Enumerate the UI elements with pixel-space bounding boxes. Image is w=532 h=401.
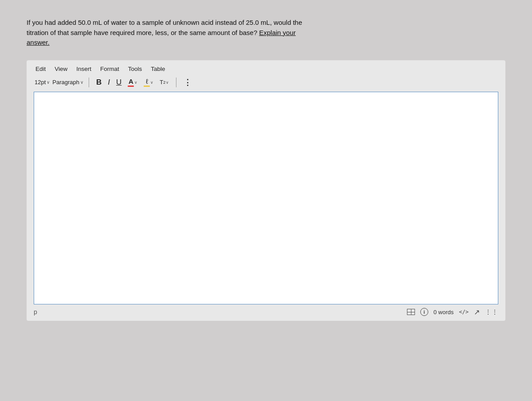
- question-underline: Explain your: [259, 29, 296, 36]
- font-color-chevron-icon: ∨: [134, 80, 137, 85]
- question-line2: titration of that sample have required m…: [27, 29, 257, 36]
- menu-format[interactable]: Format: [100, 66, 119, 72]
- question-answer: answer.: [27, 39, 50, 46]
- font-color-button[interactable]: A ∨: [126, 77, 139, 88]
- menu-tools[interactable]: Tools: [128, 66, 142, 72]
- toolbar-separator-2: [176, 78, 176, 87]
- code-tag-button[interactable]: </>: [459, 309, 469, 315]
- question-text: If you had added 50.0 mL of water to a s…: [27, 18, 505, 48]
- paragraph-tag: p: [34, 308, 37, 315]
- more-options-button[interactable]: ⋮: [182, 77, 194, 88]
- superscript-label: T: [160, 79, 163, 86]
- menu-table[interactable]: Table: [151, 66, 165, 72]
- toolbar-separator-1: [89, 78, 89, 87]
- paragraph-select[interactable]: Paragraph ∨: [52, 79, 83, 86]
- highlight-chevron-icon: ∨: [150, 80, 153, 85]
- underline-button[interactable]: U: [114, 77, 123, 88]
- highlight-button[interactable]: ℓ ∨: [142, 77, 155, 88]
- word-count-label: 0 words: [434, 309, 454, 315]
- menu-edit[interactable]: Edit: [35, 66, 46, 72]
- dots-grid-icon[interactable]: ⋮⋮: [485, 308, 498, 315]
- info-icon[interactable]: i: [420, 308, 428, 316]
- toolbar: 12pt ∨ Paragraph ∨ B I U A ∨ ℓ: [34, 77, 498, 88]
- paragraph-value: Paragraph: [52, 79, 79, 86]
- font-size-chevron-icon: ∨: [47, 80, 50, 85]
- font-color-label: A: [129, 78, 133, 85]
- italic-button[interactable]: I: [106, 77, 112, 88]
- highlight-color-bar-icon: [144, 86, 150, 87]
- font-color-bar-icon: [128, 86, 134, 87]
- highlight-label: ℓ: [146, 78, 148, 85]
- editor-container: Edit View Insert Format Tools Table 12pt…: [27, 60, 505, 321]
- expand-icon[interactable]: ↗: [474, 308, 480, 316]
- font-size-value: 12pt: [35, 79, 46, 86]
- page-wrapper: If you had added 50.0 mL of water to a s…: [22, 9, 510, 330]
- superscript-chevron-icon: ∨: [166, 80, 169, 85]
- menu-bar: Edit View Insert Format Tools Table: [34, 66, 498, 72]
- font-size-select[interactable]: 12pt ∨: [35, 79, 50, 86]
- bold-button[interactable]: B: [94, 77, 103, 88]
- menu-view[interactable]: View: [55, 66, 67, 72]
- paragraph-chevron-icon: ∨: [80, 80, 83, 85]
- menu-insert[interactable]: Insert: [76, 66, 91, 72]
- text-editor-area[interactable]: [34, 92, 498, 304]
- question-line1: If you had added 50.0 mL of water to a s…: [27, 19, 302, 26]
- bottom-right-controls: i 0 words </> ↗ ⋮⋮: [407, 308, 498, 316]
- superscript-2-icon: 2: [163, 80, 165, 85]
- superscript-button[interactable]: T2 ∨: [158, 78, 171, 86]
- bottom-bar: p i 0 words </> ↗ ⋮⋮: [34, 304, 498, 316]
- table-grid-icon[interactable]: [407, 309, 415, 315]
